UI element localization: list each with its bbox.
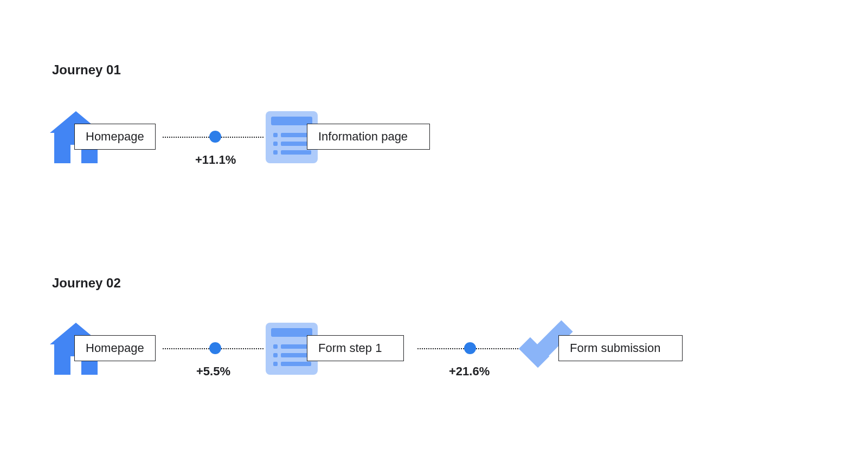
journey2-connector-2-value: +21.6% [449,364,490,379]
journey2-node-2-label: Form step 1 [307,335,404,361]
journey-title-1: Journey 01 [52,62,121,78]
journey2-connector-1-dot [209,342,221,354]
journey2-node-1-label: Homepage [74,335,156,361]
journey-title-2: Journey 02 [52,276,121,291]
journey1-connector-1-value: +11.1% [195,153,236,167]
journey1-node-2-label: Information page [307,124,430,150]
journey2-connector-1-value: +5.5% [196,364,230,379]
journey2-connector-2-dot [464,342,476,354]
journey2-node-3-label: Form submission [558,335,683,361]
journey1-connector-1-dot [209,131,221,143]
journey1-node-1-label: Homepage [74,124,156,150]
